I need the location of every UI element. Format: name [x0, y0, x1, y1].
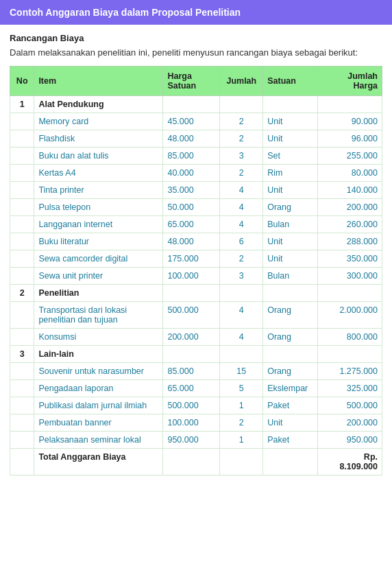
col-header-jharga: Jumlah Harga — [317, 67, 382, 96]
cell-jharga: 96.000 — [317, 130, 382, 148]
cell-no — [10, 165, 34, 182]
cell-satuan: Set — [263, 148, 318, 165]
category-name: Lain-lain — [34, 346, 163, 363]
category-jumlah — [220, 285, 263, 302]
category-no: 3 — [10, 346, 34, 363]
table-row: Buku literatur 48.000 6 Unit 288.000 — [10, 233, 382, 250]
table-row: Tinta printer 35.000 4 Unit 140.000 — [10, 182, 382, 199]
cell-satuan: Orang — [263, 363, 318, 380]
cell-harga: 40.000 — [163, 165, 220, 182]
table-row: Pembuatan banner 100.000 2 Unit 200.000 — [10, 414, 382, 432]
cell-item: Sewa camcorder digital — [34, 250, 163, 268]
cell-satuan: Orang — [263, 199, 318, 216]
cell-jumlah: 2 — [220, 414, 263, 432]
cell-no — [10, 268, 34, 285]
table-row: Pulsa telepon 50.000 4 Orang 200.000 — [10, 199, 382, 216]
category-satuan — [263, 285, 318, 302]
table-row: Sewa unit printer 100.000 3 Bulan 300.00… — [10, 268, 382, 285]
category-row: 3 Lain-lain — [10, 346, 382, 363]
cell-item: Langganan internet — [34, 216, 163, 233]
total-no — [10, 449, 34, 476]
cell-no — [10, 148, 34, 165]
cell-no — [10, 199, 34, 216]
cell-item: Souvenir untuk narasumber — [34, 363, 163, 380]
table-row: Langganan internet 65.000 4 Bulan 260.00… — [10, 216, 382, 233]
col-header-no: No — [10, 67, 34, 96]
cell-item: Pulsa telepon — [34, 199, 163, 216]
category-no: 2 — [10, 285, 34, 302]
cell-harga: 175.000 — [163, 250, 220, 268]
cell-no — [10, 216, 34, 233]
cell-harga: 500.000 — [163, 397, 220, 414]
cell-no — [10, 182, 34, 199]
page-header: Contoh Anggaran Biaya dalam Proposal Pen… — [0, 0, 392, 25]
cell-jharga: 80.000 — [317, 165, 382, 182]
cell-harga: 50.000 — [163, 199, 220, 216]
table-row: Publikasi dalam jurnal ilmiah 500.000 1 … — [10, 397, 382, 414]
cell-item: Pembuatan banner — [34, 414, 163, 432]
cell-item: Publikasi dalam jurnal ilmiah — [34, 397, 163, 414]
col-header-satuan: Satuan — [263, 67, 318, 96]
table-row: Buku dan alat tulis 85.000 3 Set 255.000 — [10, 148, 382, 165]
total-satuan — [263, 449, 318, 476]
cell-harga: 48.000 — [163, 130, 220, 148]
category-harga — [163, 96, 220, 113]
cell-item: Konsumsi — [34, 329, 163, 346]
cell-jharga: 500.000 — [317, 397, 382, 414]
cell-harga: 45.000 — [163, 113, 220, 130]
cell-item: Kertas A4 — [34, 165, 163, 182]
cell-no — [10, 302, 34, 329]
cell-no — [10, 130, 34, 148]
cell-satuan: Unit — [263, 250, 318, 268]
cell-satuan: Unit — [263, 113, 318, 130]
cell-jumlah: 2 — [220, 130, 263, 148]
category-jumlah — [220, 96, 263, 113]
cell-no — [10, 397, 34, 414]
cell-harga: 950.000 — [163, 432, 220, 449]
cell-jumlah: 3 — [220, 268, 263, 285]
cell-satuan: Ekslempar — [263, 380, 318, 397]
cell-no — [10, 233, 34, 250]
cell-jharga: 1.275.000 — [317, 363, 382, 380]
page-content: Rancangan Biaya Dalam melaksanakan penel… — [0, 25, 392, 484]
cell-item: Flashdisk — [34, 130, 163, 148]
cell-jharga: 90.000 — [317, 113, 382, 130]
table-row: Souvenir untuk narasumber 85.000 15 Oran… — [10, 363, 382, 380]
cell-jumlah: 4 — [220, 216, 263, 233]
total-jumlah — [220, 449, 263, 476]
cell-jumlah: 2 — [220, 165, 263, 182]
category-name: Penelitian — [34, 285, 163, 302]
cell-satuan: Bulan — [263, 216, 318, 233]
cell-jharga: 800.000 — [317, 329, 382, 346]
category-jharga — [317, 346, 382, 363]
cell-harga: 35.000 — [163, 182, 220, 199]
cell-no — [10, 113, 34, 130]
cell-jumlah: 5 — [220, 380, 263, 397]
cell-jharga: 200.000 — [317, 414, 382, 432]
cell-harga: 85.000 — [163, 148, 220, 165]
cell-jumlah: 4 — [220, 329, 263, 346]
table-header-row: No Item Harga Satuan Jumlah Satuan Jumla… — [10, 67, 382, 96]
category-no: 1 — [10, 96, 34, 113]
cell-satuan: Unit — [263, 414, 318, 432]
cell-harga: 65.000 — [163, 380, 220, 397]
cell-no — [10, 432, 34, 449]
total-value: Rp.8.109.000 — [317, 449, 382, 476]
cell-satuan: Unit — [263, 130, 318, 148]
cell-jharga: 200.000 — [317, 199, 382, 216]
cell-jharga: 288.000 — [317, 233, 382, 250]
table-row: Kertas A4 40.000 2 Rim 80.000 — [10, 165, 382, 182]
cell-item: Sewa unit printer — [34, 268, 163, 285]
cell-item: Buku literatur — [34, 233, 163, 250]
cell-satuan: Unit — [263, 182, 318, 199]
cell-item: Pelaksanaan seminar lokal — [34, 432, 163, 449]
col-header-jumlah: Jumlah — [220, 67, 263, 96]
table-row: Flashdisk 48.000 2 Unit 96.000 — [10, 130, 382, 148]
table-row: Pelaksanaan seminar lokal 950.000 1 Pake… — [10, 432, 382, 449]
col-header-item: Item — [34, 67, 163, 96]
cell-jumlah: 6 — [220, 233, 263, 250]
cell-item: Memory card — [34, 113, 163, 130]
table-row: Transportasi dari lokasi penelitian dan … — [10, 302, 382, 329]
cell-jharga: 325.000 — [317, 380, 382, 397]
category-jharga — [317, 285, 382, 302]
